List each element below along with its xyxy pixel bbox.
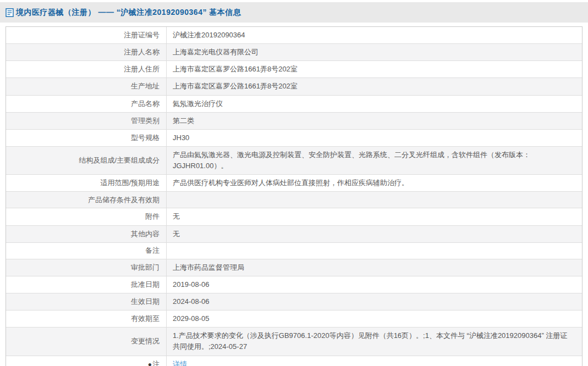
table-row: 生效日期2024-08-06	[6, 293, 582, 310]
registration-info-table: 注册证编号沪械注准20192090364注册人名称上海嘉定光电仪器有限公司注册人…	[6, 26, 582, 366]
row-value: 第二类	[167, 113, 582, 129]
row-label: 产品名称	[6, 96, 167, 112]
row-value: 沪械注准20192090364	[167, 27, 582, 43]
table-row: 注册证编号沪械注准20192090364	[6, 27, 582, 43]
row-value-text: 第二类	[173, 115, 574, 126]
row-label-text: 注	[152, 359, 160, 366]
row-label-text: 附件	[145, 212, 160, 221]
row-label-text: 有效期至	[131, 314, 160, 324]
row-value-text: 无	[173, 229, 574, 240]
row-value-text: 上海市嘉定区嘉罗公路1661弄8号202室	[173, 64, 574, 75]
row-value: 1.产品技术要求的变化（涉及执行GB9706.1-2020等内容）见附件（共16…	[167, 328, 582, 355]
row-label-text: 管理类别	[131, 116, 160, 126]
table-row: 生产地址上海市嘉定区嘉罗公路1661弄8号202室	[6, 77, 582, 95]
row-value-text: JH30	[173, 132, 574, 143]
table-row: 有效期至2029-08-05	[6, 310, 582, 327]
row-label: 审批部门	[6, 259, 167, 276]
row-label: 结构及组成/主要组成成分	[6, 147, 167, 174]
row-value	[167, 243, 582, 259]
row-value: 2029-08-05	[167, 310, 582, 327]
row-value	[167, 192, 582, 208]
page-title: 境内医疗器械（注册） —— “沪械注准20192090364” 基本信息	[16, 8, 241, 18]
row-value: 无	[167, 208, 582, 225]
row-label-text: 批准日期	[131, 280, 160, 290]
row-value-text: 上海市药品监督管理局	[173, 262, 574, 273]
row-label: 其他内容	[6, 226, 167, 242]
row-label-text: 审批部门	[131, 263, 160, 273]
table-row: 产品储存条件及有效期	[6, 191, 582, 208]
row-value-text: 上海嘉定光电仪器有限公司	[173, 47, 574, 58]
row-label: 有效期至	[6, 310, 167, 327]
row-value-text: 2024-08-06	[173, 296, 574, 307]
table-row: 备注	[6, 242, 582, 259]
row-value: 上海嘉定光电仪器有限公司	[167, 44, 582, 60]
table-row: 产品名称氦氖激光治疗仪	[6, 95, 582, 112]
row-value: 产品供医疗机构专业医师对人体病灶部位直接照射，作相应疾病辅助治疗。	[167, 175, 582, 191]
row-value: 2019-08-06	[167, 276, 582, 293]
row-label-text: 产品储存条件及有效期	[88, 195, 160, 205]
row-value-text: 2029-08-05	[173, 313, 574, 324]
note-bullet-icon: ●	[148, 361, 152, 366]
row-label-text: 型号规格	[131, 133, 160, 143]
table-row: 附件无	[6, 208, 582, 225]
row-label: 变更情况	[6, 328, 167, 355]
row-label-text: 产品名称	[131, 99, 160, 109]
row-label: ●注	[6, 356, 167, 366]
row-label: 生效日期	[6, 293, 167, 310]
row-value-text: 上海市嘉定区嘉罗公路1661弄8号202室	[173, 81, 574, 92]
row-value-text: 产品供医疗机构专业医师对人体病灶部位直接照射，作相应疾病辅助治疗。	[173, 178, 574, 188]
row-label: 型号规格	[6, 130, 167, 146]
row-label: 产品储存条件及有效期	[6, 192, 167, 208]
table-row: 审批部门上海市药品监督管理局	[6, 259, 582, 276]
table-row: 管理类别第二类	[6, 112, 582, 129]
row-label-text: 注册人住所	[124, 64, 160, 74]
table-row: 其他内容无	[6, 225, 582, 242]
row-label-text: 注册证编号	[124, 30, 160, 40]
table-row: 型号规格JH30	[6, 129, 582, 146]
detail-link[interactable]: 详情	[173, 359, 574, 366]
row-value: 上海市药品监督管理局	[167, 259, 582, 276]
row-label: 生产地址	[6, 78, 167, 95]
row-value: 详情	[167, 356, 582, 366]
table-row: ●注详情	[6, 356, 582, 366]
row-value-text: 2019-08-06	[173, 279, 574, 290]
table-row: 批准日期2019-08-06	[6, 276, 582, 293]
row-label-text: 注册人名称	[124, 47, 160, 57]
table-row: 变更情况1.产品技术要求的变化（涉及执行GB9706.1-2020等内容）见附件…	[6, 327, 582, 355]
row-label-text: 变更情况	[131, 336, 160, 346]
row-label: 批准日期	[6, 276, 167, 293]
row-value-text: 产品由氦氖激光器、激光电源及控制装置、安全防护装置、光路系统、二分叉光纤组成，含…	[173, 149, 574, 171]
table-row: 注册人名称上海嘉定光电仪器有限公司	[6, 43, 582, 60]
row-value: 上海市嘉定区嘉罗公路1661弄8号202室	[167, 78, 582, 95]
row-value-text: 沪械注准20192090364	[173, 30, 574, 41]
row-label: 注册证编号	[6, 27, 167, 43]
row-label-text: 生产地址	[131, 81, 160, 91]
row-label: 注册人住所	[6, 61, 167, 77]
table-row: 适用范围/预期用途产品供医疗机构专业医师对人体病灶部位直接照射，作相应疾病辅助治…	[6, 174, 582, 191]
row-label: 备注	[6, 243, 167, 259]
page-header: 境内医疗器械（注册） —— “沪械注准20192090364” 基本信息	[0, 2, 588, 23]
row-label-text: 备注	[145, 246, 160, 256]
row-label: 管理类别	[6, 113, 167, 129]
row-value-text: 氦氖激光治疗仪	[173, 98, 574, 109]
row-value: 上海市嘉定区嘉罗公路1661弄8号202室	[167, 61, 582, 77]
row-value: 氦氖激光治疗仪	[167, 96, 582, 112]
row-label-text: 结构及组成/主要组成成分	[79, 156, 160, 165]
row-value-text: 1.产品技术要求的变化（涉及执行GB9706.1-2020等内容）见附件（共16…	[173, 330, 574, 352]
row-value: 产品由氦氖激光器、激光电源及控制装置、安全防护装置、光路系统、二分叉光纤组成，含…	[167, 147, 582, 174]
document-icon	[6, 8, 14, 17]
row-label: 附件	[6, 208, 167, 225]
row-label-text: 适用范围/预期用途	[100, 178, 160, 188]
row-label: 适用范围/预期用途	[6, 175, 167, 191]
table-row: 注册人住所上海市嘉定区嘉罗公路1661弄8号202室	[6, 60, 582, 77]
row-label-text: 其他内容	[131, 229, 160, 239]
row-label-text: 生效日期	[131, 297, 160, 307]
row-label: 注册人名称	[6, 44, 167, 60]
row-value: JH30	[167, 130, 582, 146]
row-value-text: 无	[173, 211, 574, 222]
table-row: 结构及组成/主要组成成分产品由氦氖激光器、激光电源及控制装置、安全防护装置、光路…	[6, 146, 582, 174]
row-value: 无	[167, 226, 582, 242]
row-value: 2024-08-06	[167, 293, 582, 310]
